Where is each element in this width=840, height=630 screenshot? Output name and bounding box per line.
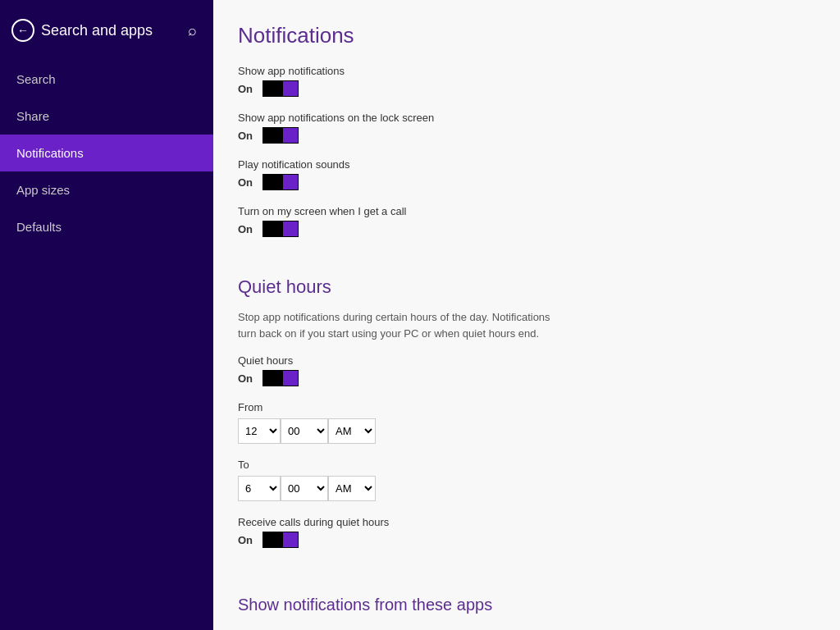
setting-value-screen-on-call: On (238, 223, 254, 235)
setting-label-play-sounds: Play notification sounds (238, 158, 807, 171)
page-title: Notifications (238, 23, 807, 48)
apps-section: Show notifications from these apps Alarm… (238, 596, 807, 630)
app-row-alarms: Alarms On (238, 626, 807, 630)
setting-label-show-app-notifs: Show app notifications (238, 65, 807, 77)
sidebar-item-defaults[interactable]: Defaults (0, 208, 213, 245)
toggle-thumb-screen-on-call (283, 221, 298, 236)
setting-value-show-app-notifs: On (238, 83, 254, 95)
setting-quiet-hours: Quiet hours On (238, 354, 807, 386)
to-minute-select[interactable]: 00153045 (281, 476, 328, 501)
from-minute-select[interactable]: 00153045 (281, 418, 328, 444)
quiet-hours-description: Stop app notifications during certain ho… (238, 309, 566, 341)
sidebar-title: Search and apps (41, 22, 153, 39)
toggle-play-sounds[interactable] (262, 174, 299, 190)
search-icon[interactable]: ⌕ (188, 22, 197, 39)
quiet-hours-title: Quiet hours (238, 276, 807, 298)
main-content: Notifications Show app notifications On … (213, 0, 840, 630)
toggle-quiet-hours[interactable] (262, 370, 299, 386)
setting-label-lock-screen: Show app notifications on the lock scree… (238, 112, 807, 124)
toggle-show-app-notifs[interactable] (262, 80, 299, 97)
to-time-setting: To 6123 4578 9101112 00153045 AMPM (238, 459, 807, 501)
to-hour-select[interactable]: 6123 4578 9101112 (238, 476, 281, 501)
sidebar-item-notifications[interactable]: Notifications (0, 135, 213, 171)
sidebar-header: ← Search and apps ⌕ (0, 0, 213, 61)
apps-section-title: Show notifications from these apps (238, 596, 807, 614)
setting-value-lock-screen: On (238, 130, 254, 142)
from-hour-select[interactable]: 12123 4567 891011 (238, 418, 281, 444)
setting-label-screen-on-call: Turn on my screen when I get a call (238, 205, 807, 217)
setting-play-sounds: Play notification sounds On (238, 158, 807, 190)
from-time-row: 12123 4567 891011 00153045 AMPM (238, 418, 807, 444)
sidebar-nav: Search Share Notifications App sizes Def… (0, 61, 213, 245)
setting-show-app-notifs: Show app notifications On (238, 65, 807, 97)
toggle-thumb-show-app-notifs (283, 81, 298, 96)
sidebar-item-share[interactable]: Share (0, 98, 213, 135)
to-time-row: 6123 4578 9101112 00153045 AMPM (238, 476, 807, 501)
setting-receive-calls: Receive calls during quiet hours On (238, 516, 807, 548)
to-label: To (238, 459, 807, 471)
setting-lock-screen: Show app notifications on the lock scree… (238, 112, 807, 144)
setting-value-quiet-hours: On (238, 372, 254, 385)
from-ampm-select[interactable]: AMPM (328, 418, 376, 444)
setting-screen-on-call: Turn on my screen when I get a call On (238, 205, 807, 237)
toggle-receive-calls[interactable] (262, 532, 299, 548)
setting-label-quiet-hours: Quiet hours (238, 354, 807, 367)
back-button[interactable]: ← (11, 19, 34, 42)
toggle-screen-on-call[interactable] (262, 221, 299, 237)
to-ampm-select[interactable]: AMPM (328, 476, 376, 501)
sidebar: ← Search and apps ⌕ Search Share Notific… (0, 0, 213, 630)
toggle-thumb-quiet-hours (283, 371, 298, 386)
sidebar-item-app-sizes[interactable]: App sizes (0, 171, 213, 208)
sidebar-item-search[interactable]: Search (0, 61, 213, 98)
from-label: From (238, 401, 807, 413)
setting-label-receive-calls: Receive calls during quiet hours (238, 516, 807, 528)
setting-value-play-sounds: On (238, 176, 254, 189)
setting-value-receive-calls: On (238, 534, 254, 546)
toggle-thumb-lock-screen (283, 128, 298, 143)
toggle-lock-screen[interactable] (262, 127, 299, 144)
from-time-setting: From 12123 4567 891011 00153045 AMPM (238, 401, 807, 444)
toggle-thumb-receive-calls (283, 532, 298, 547)
toggle-thumb-play-sounds (283, 175, 298, 189)
